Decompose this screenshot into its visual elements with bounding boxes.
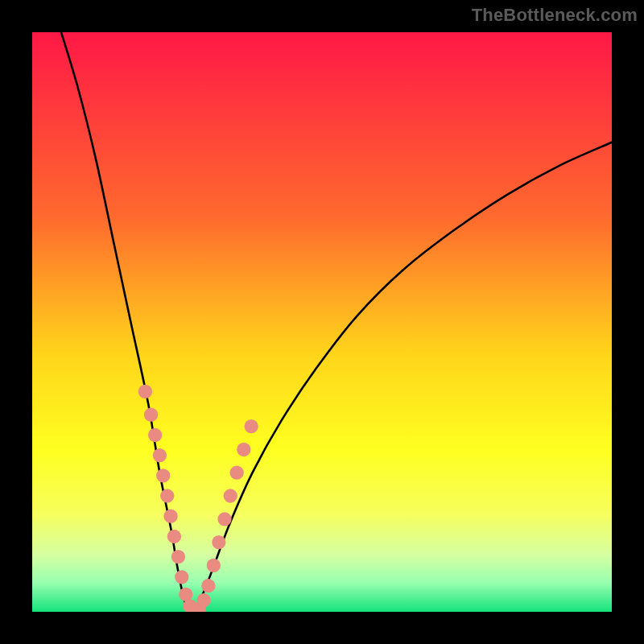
curve-marker [207, 559, 221, 572]
curve-marker [153, 448, 167, 462]
curve-marker [148, 428, 162, 442]
curve-marker [156, 469, 170, 482]
curve-marker [160, 489, 174, 502]
curve-marker [163, 510, 177, 523]
curve-marker [245, 419, 258, 433]
curve-marker [167, 530, 181, 543]
gradient-rect [32, 32, 612, 612]
curve-marker [201, 579, 215, 592]
curve-marker [175, 570, 188, 584]
curve-marker [196, 593, 210, 607]
plot-area [32, 32, 612, 612]
curve-marker [224, 489, 237, 502]
curve-marker [237, 443, 250, 456]
curve-marker [144, 408, 158, 422]
curve-marker [230, 466, 244, 480]
curve-marker [171, 550, 185, 564]
curve-marker [217, 512, 231, 526]
watermark-text: TheBottleneck.com [472, 5, 638, 26]
curve-marker [138, 385, 152, 398]
chart-frame: TheBottleneck.com [0, 0, 644, 644]
curve-marker [212, 535, 225, 549]
chart-svg [32, 32, 612, 612]
